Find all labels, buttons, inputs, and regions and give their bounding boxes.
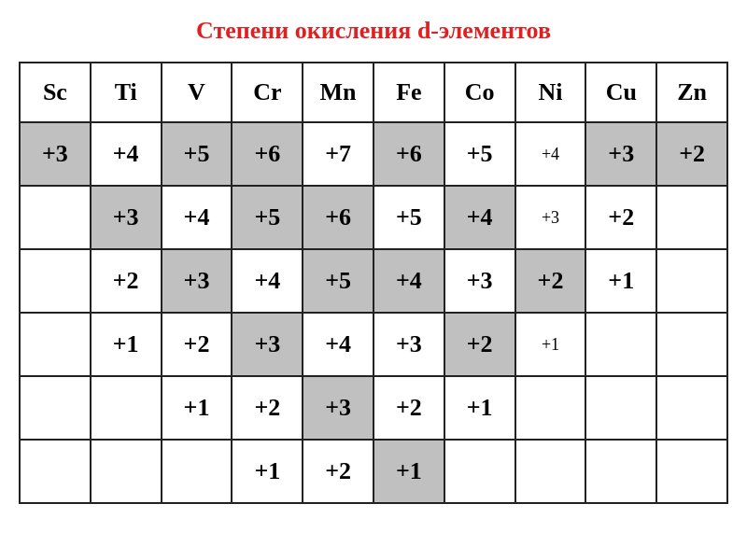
cell-r0-c9: +2 bbox=[656, 122, 727, 186]
cell-r2-c8: +1 bbox=[585, 249, 656, 313]
cell-r1-c6: +4 bbox=[444, 186, 515, 249]
cell-r4-c0 bbox=[20, 376, 91, 440]
cell-r1-c5: +5 bbox=[374, 186, 444, 249]
cell-r2-c1: +2 bbox=[91, 249, 162, 313]
cell-r0-c1: +4 bbox=[91, 122, 162, 186]
cell-r3-c1: +1 bbox=[91, 313, 162, 376]
cell-r3-c3: +3 bbox=[232, 313, 303, 376]
cell-r0-c3: +6 bbox=[232, 122, 303, 186]
cell-r5-c5: +1 bbox=[374, 440, 444, 503]
header-cell-fe: Fe bbox=[374, 63, 444, 122]
cell-r1-c1: +3 bbox=[91, 186, 162, 249]
cell-r1-c9 bbox=[656, 186, 727, 249]
cell-r2-c5: +4 bbox=[374, 249, 444, 313]
cell-r1-c2: +4 bbox=[162, 186, 233, 249]
cell-r4-c7 bbox=[515, 376, 586, 440]
cell-r5-c4: +2 bbox=[303, 440, 374, 503]
cell-r4-c4: +3 bbox=[303, 376, 374, 440]
cell-r2-c7: +2 bbox=[515, 249, 586, 313]
cell-r1-c8: +2 bbox=[585, 186, 656, 249]
header-cell-mn: Mn bbox=[303, 63, 374, 122]
header-cell-ni: Ni bbox=[515, 63, 586, 122]
cell-r2-c2: +3 bbox=[162, 249, 233, 313]
cell-r1-c7: +3 bbox=[515, 186, 586, 249]
cell-r3-c0 bbox=[20, 313, 91, 376]
cell-r4-c6: +1 bbox=[444, 376, 515, 440]
cell-r4-c9 bbox=[656, 376, 727, 440]
cell-r2-c6: +3 bbox=[444, 249, 515, 313]
cell-r3-c6: +2 bbox=[444, 313, 515, 376]
cell-r3-c9 bbox=[656, 313, 727, 376]
header-cell-v: V bbox=[162, 63, 233, 122]
cell-r1-c3: +5 bbox=[232, 186, 303, 249]
cell-r5-c1 bbox=[91, 440, 162, 503]
cell-r3-c4: +4 bbox=[303, 313, 374, 376]
cell-r0-c8: +3 bbox=[585, 122, 656, 186]
page-title: Степени окисления d-элементов bbox=[196, 17, 551, 45]
header-cell-zn: Zn bbox=[656, 63, 727, 122]
cell-r1-c4: +6 bbox=[303, 186, 374, 249]
header-cell-cr: Cr bbox=[232, 63, 303, 122]
cell-r0-c7: +4 bbox=[515, 122, 586, 186]
cell-r2-c4: +5 bbox=[303, 249, 374, 313]
cell-r4-c2: +1 bbox=[162, 376, 233, 440]
cell-r1-c0 bbox=[20, 186, 91, 249]
header-cell-co: Co bbox=[444, 63, 515, 122]
cell-r0-c6: +5 bbox=[444, 122, 515, 186]
cell-r3-c8 bbox=[585, 313, 656, 376]
cell-r0-c4: +7 bbox=[303, 122, 374, 186]
cell-r0-c0: +3 bbox=[20, 122, 91, 186]
cell-r3-c2: +2 bbox=[162, 313, 233, 376]
cell-r5-c2 bbox=[162, 440, 233, 503]
cell-r0-c5: +6 bbox=[374, 122, 444, 186]
cell-r4-c8 bbox=[585, 376, 656, 440]
header-cell-cu: Cu bbox=[585, 63, 656, 122]
cell-r5-c8 bbox=[585, 440, 656, 503]
cell-r5-c6 bbox=[444, 440, 515, 503]
header-cell-ti: Ti bbox=[91, 63, 162, 122]
cell-r2-c3: +4 bbox=[232, 249, 303, 313]
cell-r5-c0 bbox=[20, 440, 91, 503]
cell-r4-c1 bbox=[91, 376, 162, 440]
cell-r4-c5: +2 bbox=[374, 376, 444, 440]
cell-r0-c2: +5 bbox=[162, 122, 233, 186]
oxidation-table: ScTiVCrMnFeCoNiCuZn+3+4+5+6+7+6+5+4+3+2+… bbox=[19, 62, 728, 504]
cell-r5-c7 bbox=[515, 440, 586, 503]
cell-r3-c5: +3 bbox=[374, 313, 444, 376]
header-cell-sc: Sc bbox=[20, 63, 91, 122]
cell-r3-c7: +1 bbox=[515, 313, 586, 376]
cell-r4-c3: +2 bbox=[232, 376, 303, 440]
cell-r5-c3: +1 bbox=[232, 440, 303, 503]
cell-r5-c9 bbox=[656, 440, 727, 503]
cell-r2-c9 bbox=[656, 249, 727, 313]
cell-r2-c0 bbox=[20, 249, 91, 313]
